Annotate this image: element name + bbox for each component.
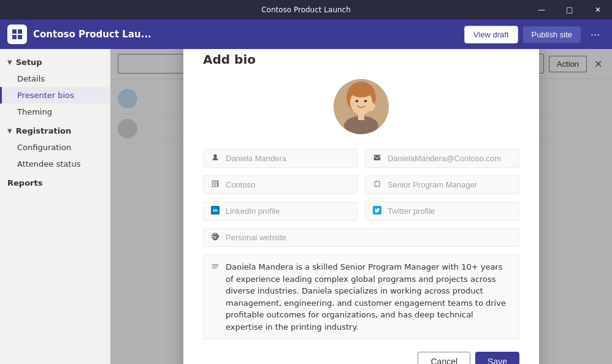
svg-rect-1 xyxy=(18,29,22,34)
svg-point-7 xyxy=(349,83,373,97)
registration-chevron-icon: ▼ xyxy=(7,127,12,134)
registration-group-header[interactable]: ▼ Registration xyxy=(0,123,110,139)
company-input[interactable] xyxy=(226,180,351,189)
registration-section: ▼ Registration Configuration Attendee st… xyxy=(0,123,110,172)
twitter-icon xyxy=(372,206,383,216)
linkedin-input[interactable] xyxy=(226,207,351,216)
svg-point-9 xyxy=(364,100,367,102)
website-icon xyxy=(210,232,221,243)
bio-list-icon xyxy=(210,262,221,273)
twitter-field xyxy=(365,202,519,221)
svg-rect-3 xyxy=(18,35,22,39)
view-draft-button[interactable]: View draft xyxy=(464,26,518,44)
sidebar-item-presenter-bios[interactable]: Presenter bios xyxy=(0,87,110,104)
linkedin-icon xyxy=(210,206,221,216)
name-input[interactable] xyxy=(226,154,351,163)
setup-group-header[interactable]: ▼ Setup xyxy=(0,54,110,70)
svg-point-8 xyxy=(356,100,359,102)
main-content: Action ✕ Add bio xyxy=(110,49,612,364)
app-bar: Contoso Product Lau... View draft Publis… xyxy=(0,20,612,49)
twitter-input[interactable] xyxy=(388,207,513,216)
presenter-photo xyxy=(334,79,389,134)
close-button[interactable]: ✕ xyxy=(584,0,612,20)
add-bio-modal: Add bio xyxy=(183,49,539,364)
cancel-button[interactable]: Cancel xyxy=(418,352,470,364)
app-bar-actions: View draft Publish site ··· xyxy=(464,26,605,44)
app-icon xyxy=(7,25,27,44)
avatar-section xyxy=(203,79,519,134)
sidebar-item-attendee-status[interactable]: Attendee status xyxy=(0,156,110,172)
modal-title: Add bio xyxy=(203,52,519,67)
email-input[interactable] xyxy=(388,154,513,163)
website-input[interactable] xyxy=(226,233,513,242)
modal-overlay: Add bio xyxy=(110,49,612,364)
svg-rect-0 xyxy=(12,29,17,34)
briefcase-icon xyxy=(372,180,383,190)
setup-label: Setup xyxy=(16,58,42,67)
job-title-field xyxy=(365,175,519,194)
linkedin-field xyxy=(203,202,358,221)
name-field xyxy=(203,149,358,168)
svg-rect-2 xyxy=(12,35,17,39)
layout: ▼ Setup Details Presenter bios Theming ▼… xyxy=(0,49,612,364)
svg-rect-11 xyxy=(358,113,364,120)
sidebar-item-reports[interactable]: Reports xyxy=(0,175,110,191)
save-button[interactable]: Save xyxy=(475,352,519,364)
window-title: Contoso Product Launch xyxy=(261,6,351,14)
publish-button[interactable]: Publish site xyxy=(523,26,581,43)
bio-field: Daniela Mandera is a skilled Senior Prog… xyxy=(203,254,519,339)
maximize-button[interactable]: □ xyxy=(556,0,584,20)
website-field xyxy=(203,228,519,247)
sidebar: ▼ Setup Details Presenter bios Theming ▼… xyxy=(0,49,110,364)
sidebar-item-details[interactable]: Details xyxy=(0,70,110,87)
building-icon xyxy=(210,180,221,190)
setup-chevron-icon: ▼ xyxy=(7,59,12,66)
company-field xyxy=(203,175,358,194)
setup-section: ▼ Setup Details Presenter bios Theming xyxy=(0,54,110,120)
app-title: Contoso Product Lau... xyxy=(33,29,458,40)
title-bar: Contoso Product Launch — □ ✕ xyxy=(0,0,612,20)
sidebar-item-configuration[interactable]: Configuration xyxy=(0,139,110,156)
registration-label: Registration xyxy=(16,126,72,135)
form-grid xyxy=(203,149,519,247)
email-field xyxy=(365,149,519,168)
window-controls: — □ ✕ xyxy=(527,0,612,20)
more-options-button[interactable]: ··· xyxy=(586,26,605,44)
person-icon xyxy=(210,153,221,164)
email-icon xyxy=(372,153,383,164)
job-title-input[interactable] xyxy=(388,180,513,189)
modal-footer: Cancel Save xyxy=(203,352,519,364)
bio-text: Daniela Mandera is a skilled Senior Prog… xyxy=(226,261,513,333)
sidebar-item-theming[interactable]: Theming xyxy=(0,104,110,120)
minimize-button[interactable]: — xyxy=(527,0,556,20)
